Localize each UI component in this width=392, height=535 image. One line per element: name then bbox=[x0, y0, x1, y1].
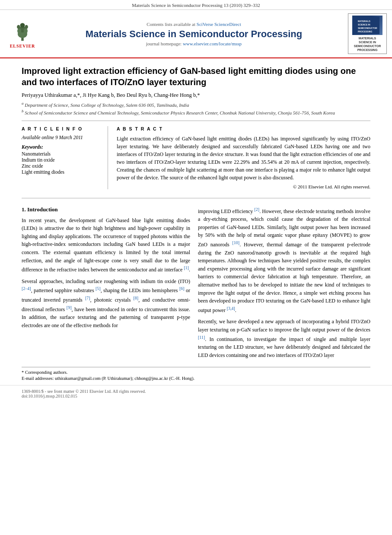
divider-1 bbox=[22, 121, 370, 121]
affiliation-b: b School of Semiconductor Science and Ch… bbox=[22, 109, 370, 115]
svg-text:SCIENCE IN: SCIENCE IN bbox=[358, 23, 370, 26]
footnote-emails: E-mail addresses: uthirakumar@gmail.com … bbox=[22, 376, 370, 381]
svg-point-7 bbox=[25, 25, 28, 29]
column-left: 1. Introduction In recent years, the dev… bbox=[22, 206, 190, 363]
column-right: improving LED efficiency [2]. However, t… bbox=[198, 206, 370, 363]
body-columns: 1. Introduction In recent years, the dev… bbox=[0, 206, 392, 363]
article-title: Improved light extraction efficiency of … bbox=[22, 65, 370, 88]
keywords-label: Keywords: bbox=[22, 144, 101, 150]
section1-right-para2: Recently, we have developed a new approa… bbox=[198, 318, 370, 359]
abstract-section: A B S T R A C T Light extraction efficie… bbox=[117, 126, 370, 189]
license-text: 1369-8001/$ - see front matter © 2011 El… bbox=[22, 389, 370, 394]
section1-para2: Several approaches, including surface ro… bbox=[22, 277, 190, 330]
bottom-bar: 1369-8001/$ - see front matter © 2011 El… bbox=[0, 385, 392, 402]
keyword-led: Light emitting diodes bbox=[22, 169, 101, 175]
article-meta: A R T I C L E I N F O Available online 9… bbox=[22, 126, 370, 189]
article-info: A R T I C L E I N F O Available online 9… bbox=[22, 126, 108, 189]
article-content: Improved light extraction efficiency of … bbox=[0, 58, 392, 197]
svg-point-3 bbox=[20, 23, 25, 28]
section1-para1: In recent years, the development of GaN-… bbox=[22, 217, 190, 274]
journal-header: ELSEVIER Contents lists available at Sci… bbox=[0, 10, 392, 58]
svg-text:PROCESSING: PROCESSING bbox=[358, 30, 372, 33]
journal-homepage: journal homepage: www.elsevier.com/locat… bbox=[45, 41, 343, 46]
svg-point-4 bbox=[17, 28, 21, 34]
section1-heading: 1. Introduction bbox=[22, 206, 190, 213]
journal-cover-image: MATERIALS SCIENCE IN SEMICONDUCTOR PROCE… bbox=[352, 16, 382, 35]
svg-text:SEMICONDUCTOR: SEMICONDUCTOR bbox=[358, 27, 377, 29]
footnote-area: * Corresponding authors. E-mail addresse… bbox=[22, 367, 370, 381]
abstract-text: Light extraction efficiency of GaN-based… bbox=[117, 135, 370, 182]
contents-line: Contents lists available at SciVerse Sci… bbox=[45, 22, 343, 27]
affiliation-a: a Department of Science, Sona College of… bbox=[22, 101, 370, 108]
keyword-zno: Zinc oxide bbox=[22, 163, 101, 169]
journal-citation: Materials Science in Semiconductor Proce… bbox=[0, 0, 392, 10]
doi-text: doi:10.1016/j.mssp.2011.02.015 bbox=[22, 394, 370, 398]
svg-point-6 bbox=[17, 25, 20, 29]
journal-title-block: Contents lists available at SciVerse Sci… bbox=[45, 22, 343, 46]
copyright: © 2011 Elsevier Ltd. All rights reserved… bbox=[117, 184, 370, 189]
journal-logo-right: MATERIALS SCIENCE IN SEMICONDUCTOR PROCE… bbox=[348, 13, 387, 54]
elsevier-logo: ELSEVIER bbox=[5, 19, 40, 48]
journal-name: Materials Science in Semiconductor Proce… bbox=[45, 29, 343, 40]
divider-2 bbox=[22, 198, 370, 198]
keyword-ito: Indium tin oxide bbox=[22, 157, 101, 162]
svg-point-5 bbox=[24, 28, 28, 34]
available-date: Available online 9 March 2011 bbox=[22, 135, 101, 140]
section1-right-para1: improving LED efficiency [2]. However, t… bbox=[198, 206, 370, 315]
footnote-corresponding: * Corresponding authors. bbox=[22, 370, 370, 375]
abstract-heading: A B S T R A C T bbox=[117, 126, 370, 131]
article-info-heading: A R T I C L E I N F O bbox=[22, 126, 101, 131]
authors: Periyayya Uthirakumar a,*, Ji Hye Kang b… bbox=[22, 92, 370, 99]
svg-text:MATERIALS: MATERIALS bbox=[358, 20, 370, 22]
keyword-nanomaterials: Nanomaterials bbox=[22, 151, 101, 156]
